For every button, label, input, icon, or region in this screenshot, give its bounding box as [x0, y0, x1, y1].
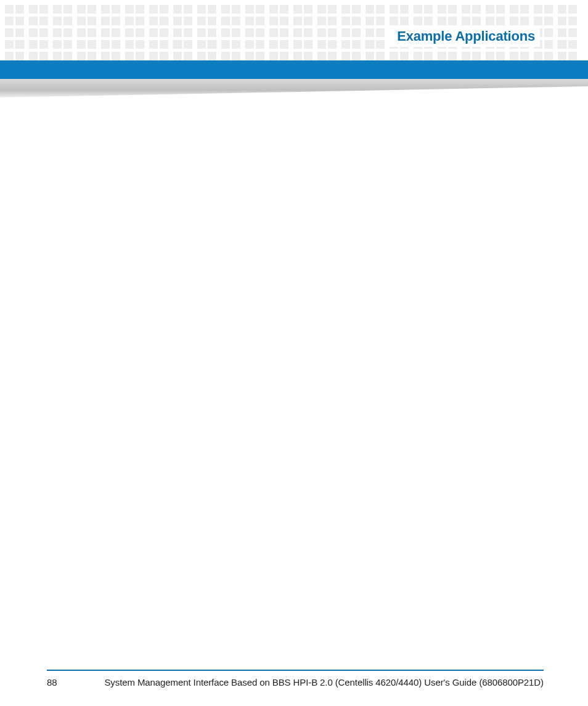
- gray-wedge-decoration: [0, 79, 588, 97]
- blue-decorative-bar: [0, 60, 588, 79]
- page-number: 88: [47, 677, 95, 688]
- svg-marker-0: [0, 79, 588, 97]
- section-title: Example Applications: [390, 26, 540, 47]
- document-title: System Management Interface Based on BBS…: [95, 677, 544, 688]
- page-footer: 88 System Management Interface Based on …: [47, 670, 544, 688]
